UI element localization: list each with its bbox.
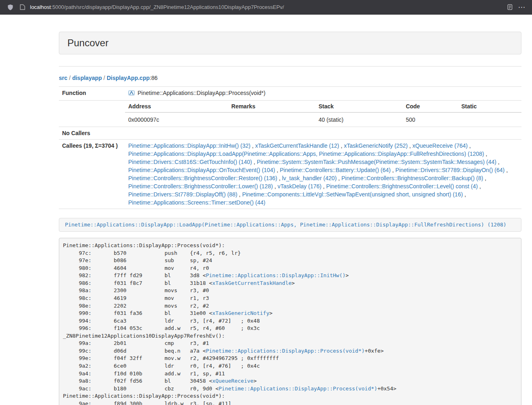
callee-link[interactable]: Pinetime::Drivers::St7789::DisplayOn() (… bbox=[395, 167, 504, 173]
callee-link[interactable]: Pinetime::Applications::DisplayApp::Load… bbox=[128, 151, 484, 157]
breadcrumb: src/displayapp/DisplayApp.cpp:86 bbox=[59, 75, 521, 81]
metrics-row: Address Remarks Stack Code Static 0x0000… bbox=[59, 101, 521, 127]
reader-view-icon[interactable] bbox=[504, 2, 516, 13]
callee-link[interactable]: Pinetime::Components::LittleVgl::SetNewT… bbox=[242, 191, 463, 198]
callee-link[interactable]: Pinetime::Controllers::BrightnessControl… bbox=[128, 183, 273, 190]
url-path: :5000/path/src/displayapp/DisplayApp.cpp… bbox=[51, 4, 284, 10]
asm-symbol-link[interactable]: Pinetime::Applications::DisplayApp::Init… bbox=[206, 272, 345, 278]
assembly-code: Pinetime::Applications::DisplayApp::Proc… bbox=[59, 238, 521, 405]
callees-label: Callees (19, Σ=3704 ) bbox=[59, 140, 125, 209]
overflow-menu-icon[interactable]: ⋯ bbox=[516, 2, 528, 13]
callee-link[interactable]: Pinetime::Applications::DisplayApp::OnTo… bbox=[128, 167, 275, 173]
callee-link[interactable]: Pinetime::Controllers::BrightnessControl… bbox=[326, 183, 478, 190]
shield-icon[interactable] bbox=[4, 2, 16, 13]
col-code: Code bbox=[403, 101, 458, 112]
callee-link[interactable]: Pinetime::System::SystemTask::PushMessag… bbox=[257, 159, 497, 165]
metrics-value-row: 0x0000097c 40 (static) 500 bbox=[125, 112, 521, 127]
stack-value: 40 (static) bbox=[315, 112, 403, 127]
function-name: Pinetime::Applications::DisplayApp::Proc… bbox=[138, 90, 265, 96]
symbol-table: Function Pinetime::Applications::Display… bbox=[59, 86, 521, 209]
callee-link[interactable]: lv_task_handler (420) bbox=[282, 175, 337, 181]
callee-link[interactable]: xTaskGetCurrentTaskHandle (12) bbox=[255, 142, 339, 149]
app-header: Puncover bbox=[59, 32, 521, 54]
callees-list: Pinetime::Applications::DisplayApp::Init… bbox=[125, 140, 521, 209]
address-value: 0x0000097c bbox=[125, 112, 228, 127]
callee-link[interactable]: vTaskDelay (176) bbox=[278, 183, 321, 190]
callee-link[interactable]: Pinetime::Drivers::St7789::DisplayOff() … bbox=[128, 191, 237, 198]
asm-symbol-link[interactable]: Pinetime::Applications::DisplayApp::Proc… bbox=[219, 386, 377, 392]
code-value: 500 bbox=[403, 112, 458, 127]
main-content: Puncover src/displayapp/DisplayApp.cpp:8… bbox=[59, 32, 521, 405]
col-address: Address bbox=[125, 101, 228, 112]
assembly-symbol-link[interactable]: Pinetime::Applications::DisplayApp::Load… bbox=[65, 222, 506, 228]
col-remarks: Remarks bbox=[228, 101, 315, 112]
callee-link[interactable]: xQueueReceive (764) bbox=[412, 142, 467, 149]
col-stack: Stack bbox=[315, 101, 403, 112]
page-title: Puncover bbox=[67, 37, 513, 49]
breadcrumb-separator: / bbox=[102, 75, 107, 81]
assembly-symbol-heading: Pinetime::Applications::DisplayApp::Load… bbox=[59, 218, 521, 232]
breadcrumb-line-number: :86 bbox=[150, 75, 157, 81]
metrics-table: Address Remarks Stack Code Static 0x0000… bbox=[125, 101, 521, 127]
callee-link[interactable]: xTaskGenericNotify (252) bbox=[344, 142, 407, 149]
breadcrumb-link-displayapp[interactable]: displayapp bbox=[72, 75, 102, 81]
no-callers-label: No Callers bbox=[59, 127, 125, 140]
breadcrumb-link-src[interactable]: src bbox=[59, 75, 67, 81]
asm-symbol-link[interactable]: xTaskGenericNotify bbox=[212, 310, 269, 316]
function-name-cell: Pinetime::Applications::DisplayApp::Proc… bbox=[125, 87, 521, 101]
url-bar[interactable]: localhost:5000/path/src/displayapp/Displ… bbox=[30, 4, 504, 10]
page-info-icon[interactable] bbox=[16, 2, 28, 13]
callee-link[interactable]: Pinetime::Controllers::Battery::Update()… bbox=[280, 167, 391, 173]
callee-link[interactable]: Pinetime::Applications::DisplayApp::Init… bbox=[128, 142, 250, 149]
function-row: Function Pinetime::Applications::Display… bbox=[59, 87, 521, 101]
static-value bbox=[458, 112, 521, 127]
function-type-icon bbox=[128, 90, 135, 98]
function-row-label: Function bbox=[59, 87, 125, 101]
breadcrumb-separator: / bbox=[67, 75, 72, 81]
no-callers-row: No Callers bbox=[59, 127, 521, 140]
breadcrumb-link-file[interactable]: DisplayApp.cpp bbox=[107, 75, 150, 81]
col-static: Static bbox=[458, 101, 521, 112]
callee-link[interactable]: Pinetime::Controllers::BrightnessControl… bbox=[128, 175, 277, 181]
url-host: localhost bbox=[30, 4, 51, 10]
remarks-value bbox=[228, 112, 315, 127]
metrics-header-row: Address Remarks Stack Code Static bbox=[125, 101, 521, 112]
asm-symbol-link[interactable]: Pinetime::Applications::DisplayApp::Proc… bbox=[206, 348, 364, 354]
asm-symbol-link[interactable]: xTaskGetCurrentTaskHandle bbox=[212, 280, 292, 286]
divider bbox=[59, 66, 521, 67]
callee-link[interactable]: Pinetime::Applications::Screens::Timer::… bbox=[128, 199, 265, 206]
callee-link[interactable]: Pinetime::Drivers::Cst816S::GetTouchInfo… bbox=[128, 159, 252, 165]
asm-symbol-link[interactable]: xQueueReceive bbox=[212, 378, 254, 384]
callee-link[interactable]: Pinetime::Controllers::BrightnessControl… bbox=[341, 175, 483, 181]
callees-row: Callees (19, Σ=3704 ) Pinetime::Applicat… bbox=[59, 140, 521, 209]
browser-toolbar: localhost:5000/path/src/displayapp/Displ… bbox=[0, 0, 532, 15]
